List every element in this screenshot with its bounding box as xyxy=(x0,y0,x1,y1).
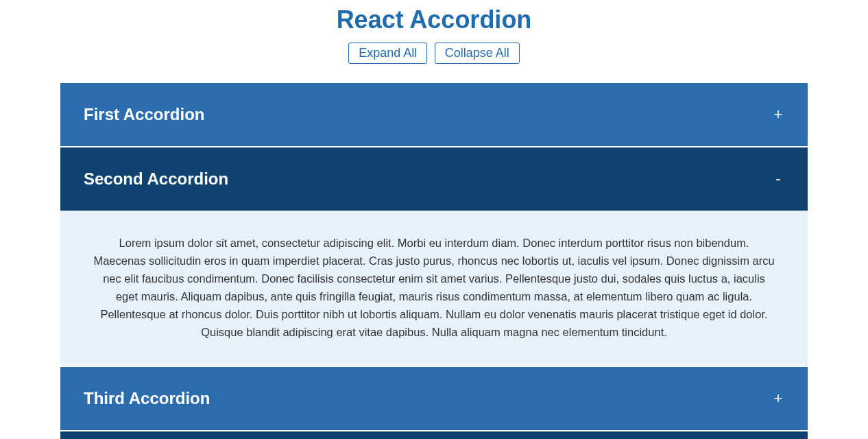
accordion-header-second[interactable]: Second Accordion - xyxy=(60,147,808,211)
accordion-title: Second Accordion xyxy=(84,169,228,189)
accordion-title: Third Accordion xyxy=(84,389,210,408)
accordion-header-first[interactable]: First Accordion + xyxy=(60,83,808,146)
collapse-all-button[interactable]: Collapse All xyxy=(435,43,520,64)
expand-all-button[interactable]: Expand All xyxy=(348,43,427,64)
page-title: React Accordion xyxy=(0,0,868,43)
plus-icon: + xyxy=(772,106,784,123)
minus-icon: - xyxy=(772,170,784,188)
accordion-item-first: First Accordion + xyxy=(60,83,808,146)
accordion-item-second: Second Accordion - Lorem ipsum dolor sit… xyxy=(60,147,808,366)
accordion-title: First Accordion xyxy=(84,105,204,124)
accordion-header-fourth-peek[interactable] xyxy=(60,431,808,439)
controls-row: Expand All Collapse All xyxy=(0,43,868,64)
accordion-body-second: Lorem ipsum dolor sit amet, consectetur … xyxy=(60,211,808,366)
plus-icon: + xyxy=(772,390,784,407)
accordion-header-third[interactable]: Third Accordion + xyxy=(60,367,808,430)
accordion: First Accordion + Second Accordion - Lor… xyxy=(60,83,808,439)
accordion-item-third: Third Accordion + xyxy=(60,367,808,430)
